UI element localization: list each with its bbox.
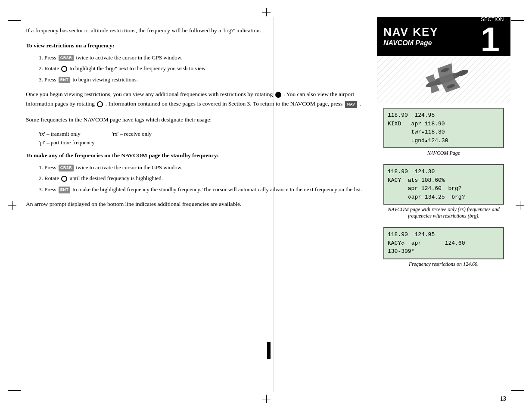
step-text-2b: until the desired frequency is highlight… (69, 175, 163, 181)
section-header: NAV KEY NAVCOM Page SECTION 1 (377, 17, 510, 56)
gps-screens: 118.90 124.95 KIXD apr 118.90 twr▴118.30… (377, 108, 510, 275)
screen1-line3: twr▴118.30 (388, 128, 500, 137)
filled-circle-1 (275, 92, 281, 98)
body-text-1-period: . (359, 100, 361, 107)
ent-btn-2: ENT (59, 187, 71, 193)
step-text-1a: twice to activate the cursor in the GPS … (76, 54, 182, 61)
nav-btn-inline: NAV (345, 101, 357, 108)
screen1-line2: KIXD apr 118.90 (388, 120, 500, 128)
crosshair-top (262, 8, 271, 16)
step-num-3a: 3. Press (39, 76, 58, 83)
crsr-btn-1: CRSR (59, 55, 74, 62)
open-circle-1 (97, 101, 103, 107)
step-1b: 1. Press CRSR twice to activate the curs… (39, 163, 364, 172)
nav-key-title: NAV KEY (383, 26, 439, 37)
step-text-3b: to make the highlighted frequency the st… (72, 186, 362, 193)
tag-pt: 'pt' – part time frequency (39, 139, 95, 146)
step-2a: 2. Rotate to highlight the 'brg?' next t… (39, 64, 364, 73)
body-paragraph-arrow: An arrow prompt displayed on the bottom … (26, 199, 364, 209)
rotate-circle-2 (61, 176, 67, 182)
body-text-1-end: . Information contained on these pages i… (106, 100, 344, 107)
screen1-line1: 118.90 124.95 (388, 111, 500, 120)
step-2b: 2. Rotate until the desired frequency is… (39, 174, 364, 183)
steps-restrictions: 1. Press CRSR twice to activate the curs… (39, 53, 364, 84)
right-column: NAV KEY NAVCOM Page SECTION 1 (377, 17, 510, 394)
side-bar-marker (267, 342, 271, 359)
intro-paragraph: If a frequency has sector or altitude re… (26, 26, 364, 35)
tags-col-right: 'rx' – receive only (112, 131, 152, 146)
gps-screen-1: 118.90 124.95 KIXD apr 118.90 twr▴118.30… (383, 108, 504, 148)
step-text-1b: twice to activate the cursor in the GPS … (76, 164, 182, 171)
heading-standby: To make any of the frequencies on the NA… (26, 152, 364, 159)
body-paragraph-1: Once you begin viewing restrictions, you… (26, 90, 364, 109)
screen-block-2: 118.90 124.30 KACY ats 108.60% apr 124.6… (377, 164, 510, 219)
step-num-3b: 3. Press (39, 186, 58, 193)
airplane-svg (377, 56, 510, 103)
screen-block-1: 118.90 124.95 KIXD apr 118.90 twr▴118.30… (377, 108, 510, 156)
screen2-line2: KACY ats 108.60% (388, 176, 500, 185)
screen2-line4: ◇apr 134.25 brg? (388, 193, 500, 202)
corner-mark-tr (511, 8, 524, 21)
tag-rx: 'rx' – receive only (112, 131, 152, 137)
gps-screen-3: 118.90 124.95 KACY◇ apr 124.60 130-309° (383, 227, 504, 259)
screen2-caption: NAVCOM page with receive only (rx) frequ… (377, 206, 510, 219)
step-num-1a: 1. Press (39, 54, 58, 61)
airplane-area (377, 56, 510, 103)
body-text-1-start: Once you begin viewing restrictions, you… (26, 91, 274, 97)
section-header-left: NAV KEY NAVCOM Page (383, 26, 439, 47)
step-num-1b: 1. Press (39, 164, 58, 171)
crsr-btn-2: CRSR (59, 165, 74, 171)
crosshair-left (8, 201, 16, 210)
gps-screen-2: 118.90 124.30 KACY ats 108.60% apr 124.6… (383, 164, 504, 205)
screen3-line1: 118.90 124.95 (388, 230, 500, 239)
section-number: 1 (481, 20, 504, 59)
tags-table: 'tx' – transmit only 'pt' – part time fr… (39, 131, 364, 146)
left-column: If a frequency has sector or altitude re… (22, 17, 368, 394)
tag-tx: 'tx' – transmit only (39, 131, 95, 137)
page-number: 13 (500, 395, 506, 402)
step-num-2a: 2. Rotate (39, 65, 60, 72)
rotate-circle-1 (61, 66, 67, 72)
steps-standby: 1. Press CRSR twice to activate the curs… (39, 163, 364, 194)
navcom-page-subtitle: NAVCOM Page (383, 39, 439, 47)
step-num-2b: 2. Rotate (39, 175, 60, 181)
crosshair-right (516, 201, 524, 210)
corner-mark-bl (8, 390, 21, 403)
screen1-caption: NAVCOM Page (377, 150, 510, 156)
step-text-2a: to highlight the 'brg?' next to the freq… (69, 65, 206, 72)
screen3-line2: KACY◇ apr 124.60 (388, 239, 500, 248)
step-3a: 3. Press ENT to begin viewing restrictio… (39, 75, 364, 84)
body-paragraph-tags-intro: Some frequencies in the NAVCOM page have… (26, 115, 364, 125)
heading-restrictions: To view restrictions on a frequency: (26, 42, 364, 49)
ent-btn-1: ENT (59, 77, 71, 84)
screen3-caption: Frequency restrictions on 124.60. (377, 261, 510, 268)
screen-block-3: 118.90 124.95 KACY◇ apr 124.60 130-309° … (377, 227, 510, 268)
corner-mark-tl (8, 8, 21, 21)
step-text-3a: to begin viewing restrictions. (72, 76, 138, 83)
tags-col-left: 'tx' – transmit only 'pt' – part time fr… (39, 131, 95, 146)
page-container: If a frequency has sector or altitude re… (22, 17, 510, 394)
step-1a: 1. Press CRSR twice to activate the curs… (39, 53, 364, 62)
screen1-line4: ↓gnd▴124.30 (388, 137, 500, 145)
screen2-line1: 118.90 124.30 (388, 168, 500, 176)
crosshair-bottom (262, 395, 271, 403)
screen2-line3: apr 124.60 brg? (388, 184, 500, 193)
corner-mark-br (511, 390, 524, 403)
section-right: SECTION 1 (481, 16, 504, 57)
screen3-line3: 130-309° (388, 247, 500, 256)
step-3b: 3. Press ENT to make the highlighted fre… (39, 185, 364, 194)
